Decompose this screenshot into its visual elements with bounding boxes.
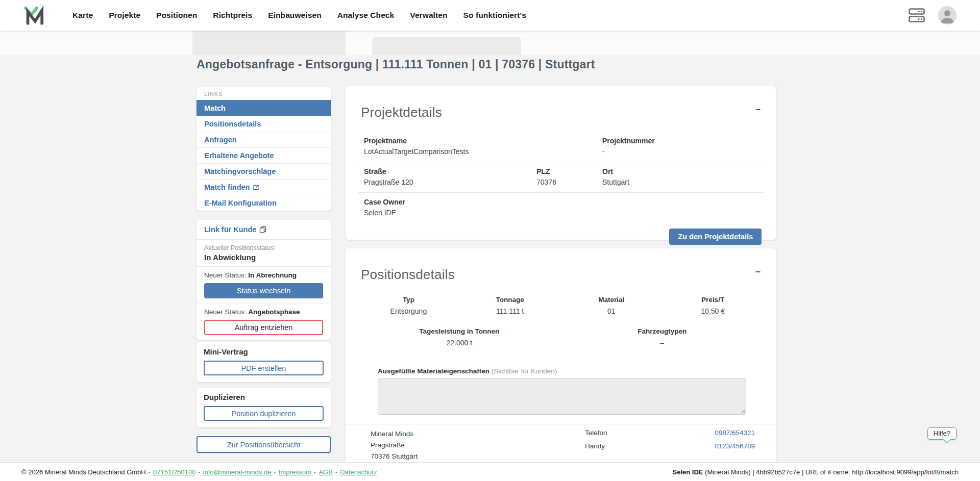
nav-item-richtpreis[interactable]: Richtpreis: [213, 11, 252, 20]
link-fuer-kunde[interactable]: Link für Kunde: [204, 224, 266, 235]
handy-label: Handy: [585, 442, 605, 450]
person-icon: [938, 6, 957, 24]
user-avatar[interactable]: [938, 6, 957, 24]
nav-item-karte[interactable]: Karte: [72, 11, 93, 20]
footer-phone-link[interactable]: 07151/250100: [153, 468, 195, 476]
sidebar-item-match-finden[interactable]: Match finden: [197, 179, 331, 195]
projektdetails-title: Projektdetails: [346, 86, 776, 120]
scrolled-element-remnant: [372, 37, 521, 55]
typ-value: Entsorgung: [358, 307, 459, 315]
contact-street: Pragstraße: [371, 440, 418, 451]
duplizieren-title: Duplizieren: [204, 393, 324, 401]
sidebar-item-label: Match finden: [204, 183, 250, 191]
mineral-minds-logo-icon[interactable]: [21, 5, 45, 26]
hilfe-button[interactable]: Hilfe?: [927, 427, 957, 440]
status-card: Link für Kunde Aktueller Positionsstatus…: [197, 220, 331, 340]
status-wechseln-button[interactable]: Status wechseln: [204, 283, 323, 298]
ort-label: Ort: [602, 167, 757, 175]
scrolled-element-remnant: [192, 31, 346, 55]
tonnage-label: Tonnage: [459, 296, 561, 303]
handy-link[interactable]: 0123/456789: [715, 442, 755, 450]
duplizieren-card: Duplizieren Position duplizieren: [197, 388, 331, 427]
contact-company: Mineral Minds: [371, 428, 418, 440]
contact-city: 70376 Stuttgart: [371, 451, 418, 462]
collapse-icon[interactable]: −: [755, 267, 761, 277]
typ-label: Typ: [358, 296, 459, 303]
nav-item-einbauweisen[interactable]: Einbauweisen: [268, 11, 322, 20]
material-label: Material: [561, 296, 663, 303]
projektdetails-card: Projektdetails − Projektname LotActualTa…: [346, 86, 776, 240]
material-properties-label: Ausgefüllte Materialeigenschaften (Sicht…: [378, 367, 746, 375]
page-title: Angebotsanfrage - Entsorgung | 111.111 T…: [197, 58, 773, 71]
positionsdetails-title: Positionsdetails: [346, 248, 776, 283]
preis-value: 10,50 €: [662, 307, 764, 315]
preis-label: Preis/T: [662, 296, 764, 303]
nav-item-so-funktionierts[interactable]: So funktioniert's: [463, 11, 526, 20]
zur-positionsuebersicht-button[interactable]: Zur Positionsübersicht: [197, 436, 331, 453]
sidebar-item-match[interactable]: Match: [197, 100, 331, 116]
sidebar-item-erhaltene-angebote[interactable]: Erhaltene Angebote: [197, 147, 331, 163]
link-fuer-kunde-label: Link für Kunde: [204, 225, 256, 234]
plz-label: PLZ: [536, 167, 602, 175]
position-duplizieren-button[interactable]: Position duplizieren: [204, 406, 324, 421]
pdf-erstellen-button[interactable]: PDF erstellen: [204, 361, 324, 375]
plz-value: 70376: [536, 178, 602, 186]
telefon-label: Telefon: [585, 429, 607, 437]
footer-datenschutz-link[interactable]: Datenschutz: [340, 468, 377, 476]
top-navigation-bar: Karte Projekte Positionen Richtpreis Ein…: [0, 0, 980, 31]
external-link-icon: [253, 184, 259, 191]
sidebar-links-card: LINKS Match Positionsdetails Anfragen Er…: [197, 87, 331, 211]
main-menu: Karte Projekte Positionen Richtpreis Ein…: [72, 11, 526, 20]
current-status-label: Aktueller Positionsstatus:: [204, 244, 323, 251]
server-icon[interactable]: [909, 8, 925, 22]
material-properties-textarea[interactable]: [378, 378, 746, 415]
footer-copyright: © 2026 Mineral Minds Deutschland GmbH: [21, 468, 146, 476]
projektname-value: LotActualTargetComparisonTests: [364, 147, 602, 156]
copy-icon: [259, 226, 266, 233]
current-status-value: In Abwicklung: [204, 253, 323, 262]
zu-den-projektdetails-button[interactable]: Zu den Projektdetails: [669, 229, 762, 245]
footer-agb-link[interactable]: AGB: [318, 468, 332, 476]
sidebar-item-anfragen[interactable]: Anfragen: [197, 132, 331, 147]
footer-impressum-link[interactable]: Impressum: [279, 468, 311, 476]
projektnummer-label: Projektnummer: [602, 137, 757, 145]
projektname-label: Projektname: [364, 137, 602, 145]
collapse-icon[interactable]: −: [755, 105, 761, 115]
session-info: Selen IDE (Mineral Minds) | 4bb92b527c7e…: [672, 468, 959, 476]
footer-email-link[interactable]: info@mineral-minds.de: [203, 468, 272, 476]
sidebar-item-email-konfiguration[interactable]: E-Mail Konfiguration: [197, 195, 331, 211]
telefon-link[interactable]: 0987/654321: [715, 429, 755, 437]
material-value: 01: [561, 307, 663, 315]
tagesleistung-label: Tagesleistung in Tonnen: [358, 327, 561, 335]
case-owner-value: Selen IDE: [364, 209, 757, 217]
strasse-label: Straße: [364, 167, 536, 175]
fahrzeugtypen-value: –: [561, 339, 764, 347]
new-status-line-2: Neuer Status: Angebotsphase: [204, 308, 323, 316]
positionsdetails-card: Positionsdetails − Typ Entsorgung Tonnag…: [346, 248, 776, 478]
sidebar-item-positionsdetails[interactable]: Positionsdetails: [197, 116, 331, 132]
ort-value: Stuttgart: [602, 178, 757, 186]
mini-vertrag-title: Mini-Vertrag: [204, 347, 324, 356]
strasse-value: Pragstraße 120: [364, 178, 536, 186]
tagesleistung-value: 22.000 t: [358, 339, 561, 347]
nav-item-projekte[interactable]: Projekte: [109, 11, 140, 20]
sidebar-item-matchingvorschlaege[interactable]: Matchingvorschläge: [197, 163, 331, 179]
nav-item-positionen[interactable]: Positionen: [156, 11, 197, 20]
nav-item-analyse-check[interactable]: Analyse Check: [337, 11, 395, 20]
auftrag-entziehen-button[interactable]: Auftrag entziehen: [204, 320, 323, 335]
nav-item-verwalten[interactable]: Verwalten: [410, 11, 447, 20]
links-header: LINKS: [197, 87, 331, 100]
footer: © 2026 Mineral Minds Deutschland GmbH · …: [0, 462, 980, 481]
projektnummer-value: -: [602, 147, 757, 156]
new-status-line-1: Neuer Status: In Abrechnung: [204, 271, 323, 279]
subnav-strip: [0, 31, 980, 55]
fahrzeugtypen-label: Fahrzeugtypen: [561, 327, 764, 335]
mini-vertrag-card: Mini-Vertrag PDF erstellen: [197, 342, 331, 382]
case-owner-label: Case Owner: [364, 198, 757, 206]
tonnage-value: 111.111 t: [459, 307, 561, 315]
